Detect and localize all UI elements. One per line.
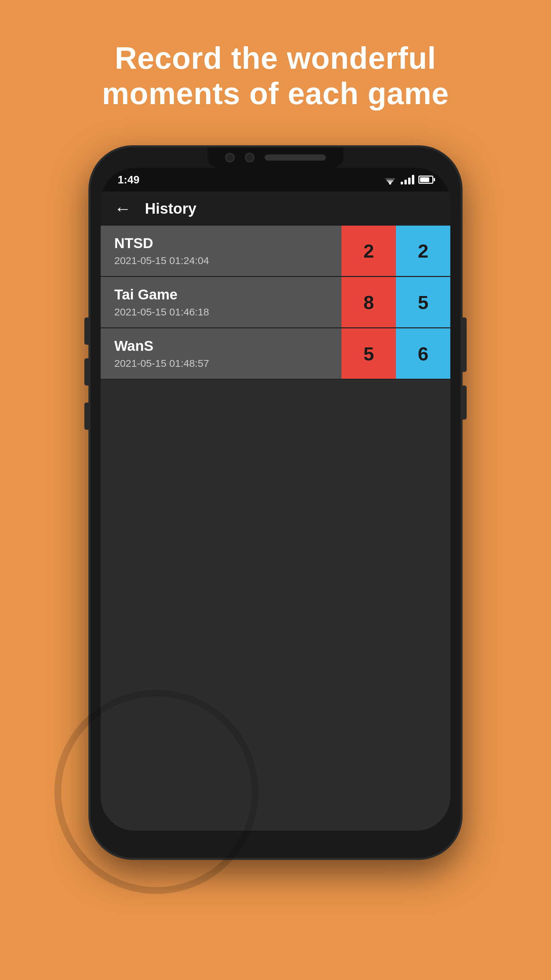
score-red-2: 8	[341, 277, 396, 327]
game-date-2: 2021-05-15 01:46:18	[114, 306, 328, 318]
speaker-grille	[265, 154, 326, 161]
row-info-2: Tai Game 2021-05-15 01:46:18	[101, 277, 341, 327]
status-bar: 1:49	[101, 168, 450, 192]
game-date-1: 2021-05-15 01:24:04	[114, 255, 328, 266]
volume-down-button	[84, 358, 89, 385]
status-icons	[384, 175, 433, 185]
signal-icon	[401, 175, 414, 185]
camera-bar	[208, 147, 343, 168]
wifi-icon	[384, 175, 397, 185]
score-blue-2: 5	[396, 277, 450, 327]
page-title: History	[145, 200, 197, 217]
headline: Record the wonderful moments of each gam…	[75, 0, 476, 138]
game-name-3: WanS	[114, 338, 328, 354]
table-row[interactable]: NTSD 2021-05-15 01:24:04 2 2	[101, 226, 450, 277]
game-name-1: NTSD	[114, 235, 328, 251]
history-list: NTSD 2021-05-15 01:24:04 2 2 Tai Game 20…	[101, 226, 450, 380]
phone-shell: 1:49	[89, 145, 462, 860]
row-info-1: NTSD 2021-05-15 01:24:04	[101, 226, 341, 276]
phone-mockup: 1:49	[89, 145, 462, 860]
headline-line2: moments of each game	[102, 76, 449, 111]
front-camera2-icon	[245, 153, 254, 162]
score-red-3: 5	[341, 328, 396, 379]
headline-line1: Record the wonderful	[114, 41, 436, 75]
status-time: 1:49	[118, 173, 140, 186]
game-date-3: 2021-05-15 01:48:57	[114, 358, 328, 369]
volume-up-button	[84, 318, 89, 345]
score-blue-1: 2	[396, 226, 450, 276]
score-red-1: 2	[341, 226, 396, 276]
empty-screen-area	[101, 380, 450, 686]
mute-button	[84, 402, 89, 430]
score-blue-3: 6	[396, 328, 450, 379]
front-camera-icon	[225, 153, 235, 162]
battery-icon	[418, 176, 433, 184]
table-row[interactable]: Tai Game 2021-05-15 01:46:18 8 5	[101, 277, 450, 328]
phone-screen: 1:49	[101, 168, 450, 830]
row-info-3: WanS 2021-05-15 01:48:57	[101, 328, 341, 379]
app-header: ← History	[101, 192, 450, 226]
table-row[interactable]: WanS 2021-05-15 01:48:57 5 6	[101, 328, 450, 380]
back-button[interactable]: ←	[114, 199, 131, 218]
game-name-2: Tai Game	[114, 286, 328, 303]
